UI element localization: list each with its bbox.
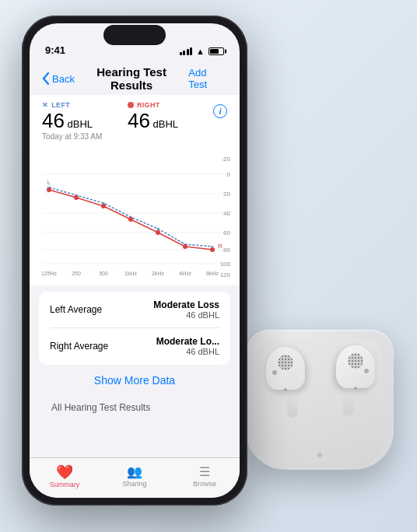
stat-date: Today at 9:33 AM <box>42 132 227 141</box>
chart-area: -20 0 20 40 60 80 100 120 <box>30 144 240 285</box>
svg-text:125Hz: 125Hz <box>41 271 58 276</box>
right-average-card: Right Average Moderate Lo... 46 dBHL <box>39 328 230 364</box>
svg-text:60: 60 <box>223 229 230 236</box>
case-led-icon <box>317 453 322 457</box>
left-average-label: Left Average <box>50 304 102 315</box>
svg-text:2kHz: 2kHz <box>152 271 164 276</box>
back-button[interactable]: Back <box>42 72 75 85</box>
airpod-right <box>322 345 375 415</box>
svg-text:120: 120 <box>220 271 231 278</box>
svg-text:40: 40 <box>223 210 230 217</box>
audiogram-chart: -20 0 20 40 60 80 100 120 <box>30 147 240 279</box>
battery-icon <box>208 47 224 55</box>
tab-summary[interactable]: ❤️ Summary <box>30 465 100 488</box>
svg-point-30 <box>74 195 79 200</box>
svg-point-29 <box>47 187 51 192</box>
right-label: RIGHT <box>128 101 213 109</box>
right-average-label: Right Average <box>50 341 108 352</box>
left-average-sub: 46 dBHL <box>153 310 219 320</box>
svg-point-33 <box>156 230 160 235</box>
svg-text:80: 80 <box>223 247 230 254</box>
summary-label: Summary <box>50 481 80 488</box>
svg-text:L: L <box>47 179 51 186</box>
sharing-icon: 👥 <box>127 466 142 478</box>
tab-sharing[interactable]: 👥 Sharing <box>100 466 170 488</box>
svg-text:500: 500 <box>99 271 108 276</box>
wifi-icon: ▲ <box>196 47 205 56</box>
svg-point-31 <box>101 204 106 208</box>
right-average-sub: 46 dBHL <box>156 347 219 356</box>
right-value: 46 dBHL <box>128 110 213 131</box>
svg-text:20: 20 <box>223 191 230 198</box>
nav-title: Hearing Test Results <box>75 65 188 92</box>
right-average-value: Moderate Lo... <box>156 336 219 347</box>
svg-text:0: 0 <box>227 171 231 178</box>
right-marker-icon <box>128 102 134 108</box>
screen-content: ✕ LEFT 46 dBHL RIGHT <box>30 95 240 457</box>
add-test-button[interactable]: Add Test <box>188 67 227 90</box>
tab-browse[interactable]: ☰ Browse <box>170 466 240 488</box>
nav-bar: Back Hearing Test Results Add Test <box>30 62 240 95</box>
left-marker-icon: ✕ <box>42 101 48 109</box>
tab-bar: ❤️ Summary 👥 Sharing ☰ Browse <box>30 457 240 498</box>
browse-icon: ☰ <box>199 466 210 478</box>
svg-text:R: R <box>218 243 223 250</box>
svg-text:100: 100 <box>220 261 231 268</box>
svg-point-35 <box>210 247 215 252</box>
dynamic-island <box>103 25 166 45</box>
back-label: Back <box>52 73 75 85</box>
signal-bars-icon <box>180 47 193 55</box>
left-value: 46 dBHL <box>42 110 128 131</box>
summary-icon: ❤️ <box>56 465 73 479</box>
stats-row: ✕ LEFT 46 dBHL RIGHT <box>30 95 240 144</box>
show-more-button[interactable]: Show More Data <box>39 365 230 396</box>
svg-text:-20: -20 <box>221 156 230 163</box>
phone-screen: 9:41 ▲ <box>30 23 240 498</box>
all-results-label: All Hearing Test Results <box>39 396 230 416</box>
phone-frame: 9:41 ▲ <box>22 16 247 513</box>
cards-area: Left Average Moderate Loss 46 dBHL Right… <box>30 285 240 416</box>
info-icon[interactable]: i <box>213 104 227 118</box>
svg-text:4kHz: 4kHz <box>179 271 191 276</box>
airpods-case <box>246 330 401 501</box>
svg-text:1kHz: 1kHz <box>124 271 137 276</box>
svg-point-32 <box>128 217 133 222</box>
browse-label: Browse <box>193 480 216 488</box>
status-time: 9:41 <box>45 44 65 56</box>
sharing-label: Sharing <box>122 480 146 488</box>
svg-point-34 <box>183 244 187 249</box>
svg-text:250: 250 <box>72 271 81 276</box>
svg-text:8kHz: 8kHz <box>206 271 219 276</box>
airpod-left <box>266 347 319 417</box>
status-icons: ▲ <box>180 47 224 56</box>
left-average-card: Left Average Moderate Loss 46 dBHL <box>39 292 230 327</box>
left-average-value: Moderate Loss <box>153 299 219 310</box>
left-label: ✕ LEFT <box>42 101 128 109</box>
